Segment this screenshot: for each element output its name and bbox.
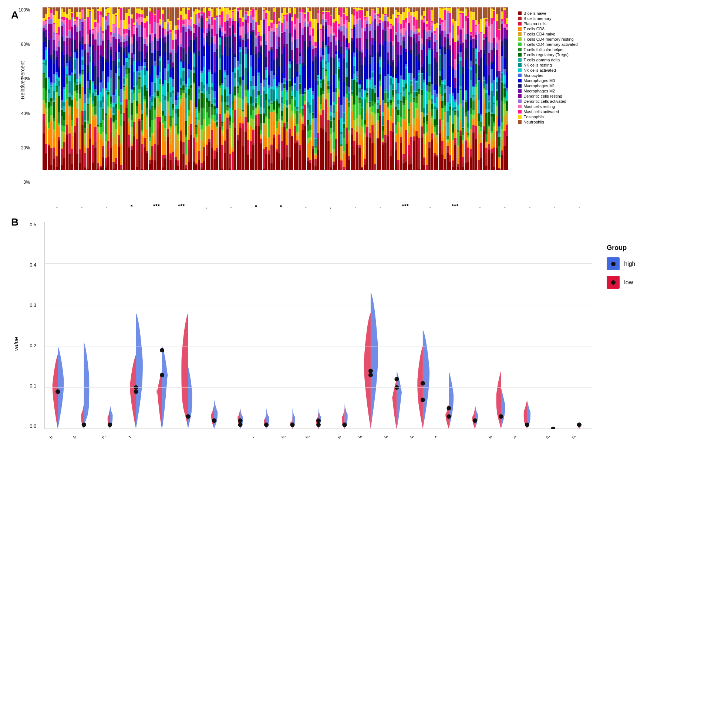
bar-segment xyxy=(257,105,260,108)
bar-segment xyxy=(480,152,482,158)
bar-segment xyxy=(366,27,368,39)
bar-segment xyxy=(371,112,374,116)
bar-segment xyxy=(162,111,164,115)
bar-segment xyxy=(224,114,226,121)
bar-segment xyxy=(190,31,192,35)
bar-segment xyxy=(390,29,392,37)
bar-segment xyxy=(374,143,376,164)
bar-segment xyxy=(408,138,410,145)
bar-segment xyxy=(485,7,487,18)
bar-segment xyxy=(454,112,456,115)
bar-segment xyxy=(286,29,288,44)
bar-segment xyxy=(307,8,309,12)
bar-segment xyxy=(506,101,508,111)
bar-segment xyxy=(343,113,345,122)
bar-segment xyxy=(493,7,495,10)
bar-segment xyxy=(405,109,407,122)
bar-col xyxy=(97,7,99,170)
bar-segment xyxy=(397,16,400,22)
bar-segment xyxy=(501,150,503,155)
bar-segment xyxy=(146,115,148,117)
bar-segment xyxy=(128,24,130,28)
bar-segment xyxy=(177,109,179,117)
bar-segment xyxy=(449,116,451,122)
bar-segment xyxy=(105,99,107,114)
bar-segment xyxy=(462,13,464,28)
bar-segment xyxy=(273,8,275,12)
bar-segment xyxy=(480,53,482,57)
bar-segment xyxy=(459,132,462,136)
bar-segment xyxy=(177,117,179,134)
bar-segment xyxy=(247,91,249,103)
bar-segment xyxy=(208,8,211,11)
bar-segment xyxy=(58,78,60,81)
median-dot-high xyxy=(447,406,451,410)
bar-segment xyxy=(250,152,252,159)
bar-segment xyxy=(366,110,368,114)
bar-segment xyxy=(418,55,420,61)
bar-segment xyxy=(457,26,459,35)
bar-segment xyxy=(157,10,159,23)
bar-segment xyxy=(61,116,63,125)
x-label-text: Mast cells activated xyxy=(514,436,539,439)
bar-segment xyxy=(387,60,389,64)
median-dot-low xyxy=(290,423,295,427)
bar-segment xyxy=(110,104,112,108)
bar-segment xyxy=(402,154,405,159)
bar-segment xyxy=(356,71,358,77)
bar-segment xyxy=(488,90,490,95)
bar-segment xyxy=(452,124,454,132)
bar-segment xyxy=(307,131,309,138)
bar-segment xyxy=(237,60,239,66)
bar-segment xyxy=(219,105,221,114)
bar-segment xyxy=(284,104,286,107)
bar-segment xyxy=(157,129,159,145)
bar-segment xyxy=(504,24,506,27)
bar-segment xyxy=(395,74,397,78)
bar-segment xyxy=(221,168,223,170)
bar-segment xyxy=(483,47,485,50)
bar-segment xyxy=(50,115,53,120)
bar-segment xyxy=(335,89,337,92)
bar-segment xyxy=(162,96,164,111)
bar-col xyxy=(483,7,485,170)
bar-segment xyxy=(157,78,159,89)
bar-segment xyxy=(193,70,195,73)
bar-segment xyxy=(356,24,358,38)
bar-segment xyxy=(252,103,254,106)
bar-segment xyxy=(377,8,379,14)
bar-segment xyxy=(97,22,99,33)
bar-segment xyxy=(278,123,281,134)
bar-segment xyxy=(493,11,495,21)
bar-segment xyxy=(247,105,249,122)
bar-segment xyxy=(172,152,174,164)
bar-segment xyxy=(138,89,140,93)
bar-segment xyxy=(493,123,495,127)
bar-segment xyxy=(377,122,379,131)
bar-segment xyxy=(245,90,247,96)
bar-segment xyxy=(63,12,65,17)
bar-segment xyxy=(413,17,415,25)
bar-segment xyxy=(405,60,407,64)
bar-segment xyxy=(66,46,68,54)
bar-segment xyxy=(239,128,242,170)
bar-segment xyxy=(291,18,293,21)
bar-segment xyxy=(467,137,470,141)
bar-segment xyxy=(242,112,244,117)
bar-segment xyxy=(53,83,55,91)
bar-segment xyxy=(397,55,400,62)
bar-segment xyxy=(201,151,203,163)
bar-segment xyxy=(136,19,138,22)
legend-b-color-box xyxy=(607,257,620,270)
bar-segment xyxy=(255,10,257,21)
bar-segment xyxy=(359,103,361,114)
panel-b-label: B xyxy=(11,216,19,228)
bar-segment xyxy=(410,12,412,16)
bar-segment xyxy=(81,37,84,46)
bar-segment xyxy=(480,58,482,83)
bar-segment xyxy=(211,122,213,130)
bar-segment xyxy=(170,134,172,143)
bar-segment xyxy=(322,110,325,127)
y-tick: 0% xyxy=(24,180,30,185)
bar-segment xyxy=(364,43,366,57)
